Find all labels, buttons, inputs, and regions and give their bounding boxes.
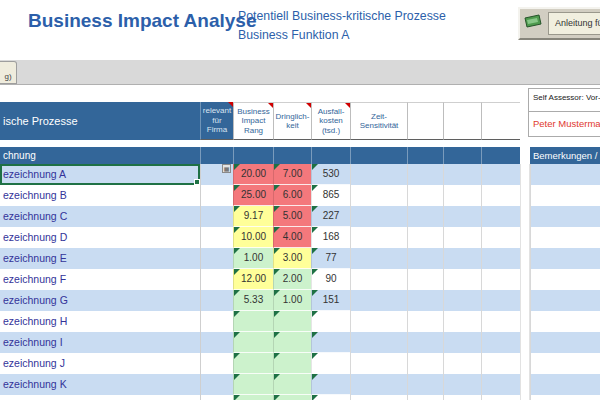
empty-cell[interactable] xyxy=(443,227,481,248)
dringlichkeit-cell[interactable] xyxy=(273,332,311,353)
dringlichkeit-cell[interactable]: 6.00 xyxy=(273,185,311,206)
process-name-cell[interactable]: ezeichnung I xyxy=(0,332,200,353)
zeit-sensitivitaet-cell[interactable] xyxy=(350,269,407,290)
ausfallkosten-cell[interactable]: 227 xyxy=(311,206,350,227)
column-header-rang[interactable]: Business Impact Rang xyxy=(233,102,273,140)
ausfallkosten-cell[interactable] xyxy=(311,332,350,353)
bemerkungen-cell[interactable] xyxy=(530,248,600,269)
empty-cell[interactable] xyxy=(481,206,520,227)
empty-cell[interactable] xyxy=(407,164,443,185)
dringlichkeit-cell[interactable]: 5.00 xyxy=(273,206,311,227)
zeit-sensitivitaet-cell[interactable] xyxy=(350,185,407,206)
column-header-empty[interactable] xyxy=(443,102,481,140)
process-name-cell[interactable]: ezeichnung G xyxy=(0,290,200,311)
empty-cell[interactable] xyxy=(443,185,481,206)
gap-column-cell[interactable] xyxy=(520,395,530,400)
gap-column-cell[interactable] xyxy=(520,248,530,269)
sheet-tab[interactable]: g) xyxy=(0,61,17,84)
empty-cell[interactable] xyxy=(407,290,443,311)
header-processes-cell[interactable]: ische Prozesse xyxy=(0,102,200,140)
empty-cell[interactable] xyxy=(443,311,481,332)
empty-cell[interactable] xyxy=(407,311,443,332)
ausfallkosten-cell[interactable] xyxy=(311,395,350,400)
subheader-bezeichnung-cell[interactable]: chnung xyxy=(0,147,520,164)
relevant-cell[interactable] xyxy=(200,206,233,227)
empty-cell[interactable] xyxy=(481,353,520,374)
impact-rang-cell[interactable]: 12.00 xyxy=(233,269,273,290)
empty-cell[interactable] xyxy=(481,227,520,248)
column-header-relevant[interactable]: relevant für Firma xyxy=(200,102,233,140)
dringlichkeit-cell[interactable]: 1.00 xyxy=(273,290,311,311)
impact-rang-cell[interactable] xyxy=(233,332,273,353)
ausfallkosten-cell[interactable]: 151 xyxy=(311,290,350,311)
column-header-empty[interactable] xyxy=(481,102,520,140)
empty-cell[interactable] xyxy=(443,290,481,311)
empty-cell[interactable] xyxy=(443,164,481,185)
relevant-cell[interactable] xyxy=(200,248,233,269)
column-header-zeit[interactable]: Zeit- Sensitivität xyxy=(350,102,407,140)
empty-cell[interactable] xyxy=(407,269,443,290)
empty-cell[interactable] xyxy=(407,395,443,400)
empty-cell[interactable] xyxy=(443,248,481,269)
dringlichkeit-cell[interactable]: 7.00 xyxy=(273,164,311,185)
bemerkungen-cell[interactable] xyxy=(530,332,600,353)
ausfallkosten-cell[interactable]: 168 xyxy=(311,227,350,248)
ausfallkosten-cell[interactable]: 530 xyxy=(311,164,350,185)
empty-cell[interactable] xyxy=(443,206,481,227)
impact-rang-cell[interactable]: 5.33 xyxy=(233,290,273,311)
ausfallkosten-cell[interactable]: 77 xyxy=(311,248,350,269)
empty-cell[interactable] xyxy=(481,185,520,206)
zeit-sensitivitaet-cell[interactable] xyxy=(350,248,407,269)
impact-rang-cell[interactable]: 1.00 xyxy=(233,248,273,269)
impact-rang-cell[interactable] xyxy=(233,353,273,374)
gap-column-cell[interactable] xyxy=(520,185,530,206)
gap-column-cell[interactable] xyxy=(520,374,530,395)
dringlichkeit-cell[interactable]: 3.00 xyxy=(273,248,311,269)
process-name-cell[interactable]: ezeichnung B xyxy=(0,185,200,206)
zeit-sensitivitaet-cell[interactable] xyxy=(350,290,407,311)
column-header-ausfallkosten[interactable]: Ausfall- kosten (tsd.) xyxy=(311,102,350,140)
ausfallkosten-cell[interactable] xyxy=(311,311,350,332)
impact-rang-cell[interactable]: 25.00 xyxy=(233,185,273,206)
empty-cell[interactable] xyxy=(481,290,520,311)
process-name-cell[interactable]: ezeichnung H xyxy=(0,311,200,332)
empty-cell[interactable] xyxy=(481,311,520,332)
gap-column-cell[interactable] xyxy=(520,353,530,374)
empty-cell[interactable] xyxy=(407,374,443,395)
bemerkungen-cell[interactable] xyxy=(530,164,600,185)
smart-tag-button[interactable]: ▦ xyxy=(222,164,231,173)
self-assessor-name-cell[interactable]: Peter Mustermann, xyxy=(529,112,600,129)
process-name-cell[interactable]: ezeichnung F xyxy=(0,269,200,290)
empty-cell[interactable] xyxy=(481,332,520,353)
zeit-sensitivitaet-cell[interactable] xyxy=(350,311,407,332)
anleitung-button[interactable]: Anleitung fü xyxy=(518,7,600,40)
bemerkungen-cell[interactable] xyxy=(530,353,600,374)
process-name-cell[interactable]: ezeichnung K xyxy=(0,374,200,395)
bemerkungen-cell[interactable] xyxy=(530,269,600,290)
ausfallkosten-cell[interactable] xyxy=(311,353,350,374)
bemerkungen-cell[interactable] xyxy=(530,290,600,311)
empty-cell[interactable] xyxy=(407,227,443,248)
process-name-cell[interactable]: ezeichnung C xyxy=(0,206,200,227)
process-name-cell[interactable]: ezeichnung D xyxy=(0,227,200,248)
relevant-cell[interactable] xyxy=(200,332,233,353)
empty-cell[interactable] xyxy=(481,374,520,395)
impact-rang-cell[interactable]: 9.17 xyxy=(233,206,273,227)
dringlichkeit-cell[interactable] xyxy=(273,311,311,332)
empty-cell[interactable] xyxy=(443,353,481,374)
impact-rang-cell[interactable] xyxy=(233,311,273,332)
empty-cell[interactable] xyxy=(443,269,481,290)
dringlichkeit-cell[interactable]: 4.00 xyxy=(273,227,311,248)
relevant-cell[interactable] xyxy=(200,185,233,206)
gap-column-cell[interactable] xyxy=(520,290,530,311)
bemerkungen-cell[interactable] xyxy=(530,395,600,400)
gap-column-cell[interactable] xyxy=(520,311,530,332)
impact-rang-cell[interactable] xyxy=(233,374,273,395)
relevant-cell[interactable] xyxy=(200,269,233,290)
gap-column-cell[interactable] xyxy=(520,332,530,353)
process-name-cell[interactable]: ezeichnung A xyxy=(0,164,200,185)
empty-cell[interactable] xyxy=(407,206,443,227)
gap-column-cell[interactable] xyxy=(520,164,530,185)
gap-column-cell[interactable] xyxy=(520,227,530,248)
impact-rang-cell[interactable] xyxy=(233,395,273,400)
